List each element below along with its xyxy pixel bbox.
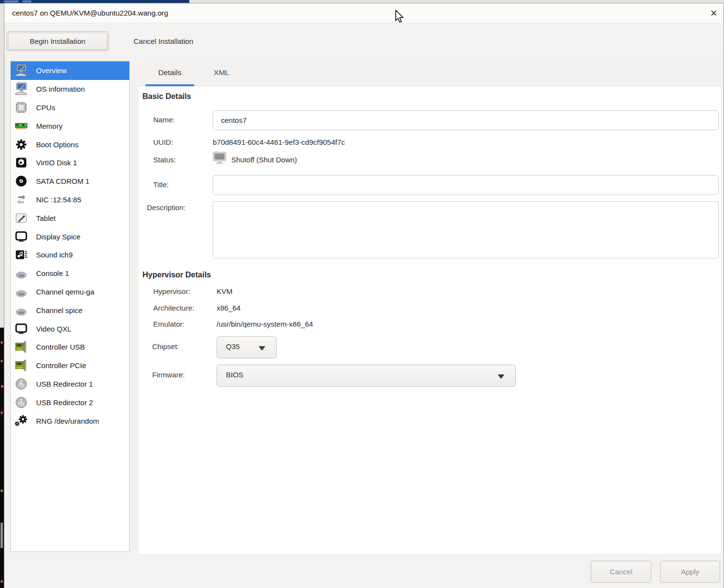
description-label: Description: (147, 203, 185, 212)
sidebar-item-usb-redirector-2[interactable]: USB Redirector 2 (11, 393, 129, 412)
cdrom-icon (15, 175, 28, 188)
chipset-label: Chipset: (152, 342, 179, 351)
sidebar-item-label: Boot Options (36, 140, 79, 149)
name-input[interactable] (213, 110, 719, 130)
background-text-fragment (4, 0, 19, 2)
emulator-label: Emulator: (153, 320, 184, 328)
background-dot (0, 490, 3, 492)
cancel-button[interactable]: Cancel (591, 561, 651, 583)
sidebar-item-label: USB Redirector 1 (36, 380, 93, 388)
gears-icon (15, 414, 28, 428)
sidebar-item-channel-spice[interactable]: Channel spice (11, 301, 129, 319)
firmware-value: BIOS (226, 371, 243, 379)
network-icon (15, 193, 28, 206)
hardware-list: OverviewOS informationCPUsMemoryBoot Opt… (10, 61, 130, 552)
serial-device-icon (15, 304, 28, 317)
hypervisor-value: KVM (217, 287, 233, 295)
sidebar-item-console-1[interactable]: Console 1 (11, 264, 129, 283)
sidebar-item-usb-redirector-1[interactable]: USB Redirector 1 (11, 375, 129, 393)
sidebar-item-video-qxl[interactable]: Video QXL (11, 319, 129, 338)
sidebar-item-os-information[interactable]: OS information (11, 80, 129, 98)
sidebar-item-label: NIC :12:54:85 (36, 196, 81, 204)
sidebar-item-label: OS information (36, 85, 85, 93)
pci-card-icon (15, 340, 28, 353)
emulator-value: /usr/bin/qemu-system-x86_64 (217, 320, 313, 328)
hypervisor-details-heading: Hypervisor Details (142, 271, 211, 279)
sidebar-item-label: Console 1 (36, 269, 69, 277)
close-icon[interactable]: × (707, 7, 721, 20)
title-input[interactable] (213, 175, 719, 195)
architecture-value: x86_64 (217, 304, 241, 312)
memory-icon (15, 119, 28, 133)
background-text-fragment (22, 0, 31, 2)
sidebar-item-nic-12-54-85[interactable]: NIC :12:54:85 (11, 191, 129, 209)
sidebar-item-label: Video QXL (36, 325, 71, 333)
sidebar-item-label: RNG /dev/urandom (36, 417, 99, 425)
sidebar-item-label: Tablet (36, 214, 56, 222)
monitor-shutoff-icon (213, 152, 227, 165)
apply-button[interactable]: Apply (660, 561, 720, 583)
sidebar-item-label: Memory (36, 122, 62, 130)
titlebar: centos7 on QEMU/KVM@ubuntu2204.wang.org … (4, 3, 724, 23)
sidebar-item-label: Overview (36, 66, 67, 75)
background-dot (0, 341, 3, 344)
gear-icon (15, 138, 28, 151)
hypervisor-label: Hypervisor: (153, 287, 190, 295)
cpu-icon (15, 101, 28, 114)
tab-xml[interactable]: XML (202, 61, 241, 86)
details-content: Basic Details Name: UUID: b70d8491-60c4-… (139, 86, 721, 554)
display-icon (15, 230, 28, 243)
sidebar-item-display-spice[interactable]: Display Spice (11, 227, 129, 246)
sidebar-item-controller-usb[interactable]: Controller USB (11, 338, 129, 356)
architecture-label: Architecture: (153, 304, 194, 312)
sidebar-item-label: Controller USB (36, 343, 85, 351)
sidebar-item-label: SATA CDROM 1 (36, 177, 89, 185)
disk-icon (15, 156, 28, 169)
sidebar-item-virtio-disk-1[interactable]: VirtIO Disk 1 (11, 154, 129, 172)
uuid-value: b70d8491-60c4-4461-9ef3-cd9cf9054f7c (213, 138, 345, 146)
sidebar-item-overview[interactable]: Overview (11, 61, 129, 80)
sound-icon (15, 248, 28, 261)
background-bar (0, 523, 3, 548)
firmware-label: Firmware: (152, 371, 185, 379)
background-dot (0, 412, 3, 414)
sidebar-item-label: USB Redirector 2 (36, 398, 93, 407)
basic-details-heading: Basic Details (142, 92, 191, 101)
background-dot (0, 580, 3, 583)
firmware-dropdown[interactable]: BIOS (217, 365, 516, 387)
sidebar-item-controller-pcie[interactable]: Controller PCIe (11, 356, 129, 375)
tablet-icon (15, 212, 28, 225)
tab-details[interactable]: Details (145, 61, 194, 86)
sidebar-item-label: Sound ich9 (36, 251, 73, 259)
sidebar-item-boot-options[interactable]: Boot Options (11, 135, 129, 154)
serial-device-icon (15, 267, 28, 280)
name-label: Name: (153, 116, 175, 124)
chevron-down-icon (259, 346, 265, 351)
display-icon (15, 322, 28, 335)
details-panel: Details XML Basic Details Name: UUID: b7… (139, 61, 721, 554)
window-title: centos7 on QEMU/KVM@ubuntu2204.wang.org (12, 9, 168, 17)
sidebar-item-label: VirtIO Disk 1 (36, 158, 77, 167)
sidebar-item-tablet[interactable]: Tablet (11, 209, 129, 227)
desktop-background-strip (0, 328, 4, 588)
cancel-installation-button[interactable]: Cancel Installation (115, 31, 212, 51)
background-dot (0, 360, 3, 362)
sidebar-item-cpus[interactable]: CPUs (11, 98, 129, 117)
sidebar-item-memory[interactable]: Memory (11, 117, 129, 135)
chipset-dropdown[interactable]: Q35 (217, 336, 277, 358)
computer-icon (15, 82, 28, 96)
sidebar-item-channel-qemu-ga[interactable]: Channel qemu-ga (11, 283, 129, 301)
sidebar-item-sata-cdrom-1[interactable]: SATA CDROM 1 (11, 172, 129, 191)
begin-installation-button[interactable]: Begin Installation (6, 31, 109, 51)
uuid-label: UUID: (153, 138, 173, 146)
sidebar-item-sound-ich9[interactable]: Sound ich9 (11, 246, 129, 264)
description-textarea[interactable] (213, 201, 719, 258)
sidebar-item-label: Display Spice (36, 233, 80, 241)
chevron-down-icon (498, 374, 504, 379)
usb-icon (15, 377, 28, 391)
status-value: Shutoff (Shut Down) (231, 156, 297, 164)
status-label: Status: (153, 156, 176, 164)
sidebar-item-rng-dev-urandom[interactable]: RNG /dev/urandom (11, 412, 129, 430)
usb-icon (15, 396, 28, 409)
pci-card-icon (15, 359, 28, 372)
